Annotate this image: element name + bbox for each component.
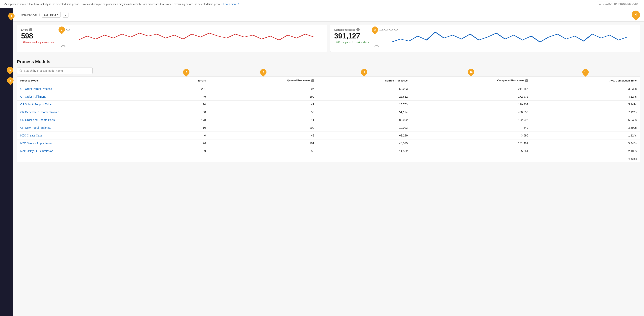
process-model-link[interactable]: NZC Create Case xyxy=(20,134,42,137)
cell-started: 28,763 xyxy=(318,100,411,108)
col-header-completed: 10 Completed Processes ? xyxy=(411,77,531,85)
cell-queued: 192 xyxy=(209,93,318,100)
errors-label: Errors ? xyxy=(21,28,61,31)
errors-chart: 20 0 xyxy=(61,28,323,49)
cell-name: OF Order Fulfillment xyxy=(17,93,164,100)
completed-help-icon[interactable]: ? xyxy=(525,79,528,82)
table-row: CR New Repair Estimate 10 200 10,023 849… xyxy=(17,124,640,132)
search-uuid-input[interactable]: SEARCH BY PROCESS UUID xyxy=(597,2,640,6)
cell-queued: 53 xyxy=(209,108,318,116)
cell-name: CR Generate Customer Invoice xyxy=(17,108,164,116)
table-header-row: 6 Process Model 7 xyxy=(17,77,640,85)
search-input-wrapper[interactable] xyxy=(17,68,92,74)
cell-errors: 46 xyxy=(164,93,209,100)
cell-completed: 110,307 xyxy=(411,100,531,108)
cell-queued: 200 xyxy=(209,124,318,132)
cell-completed: 172,976 xyxy=(411,93,531,100)
started-help-icon[interactable]: ? xyxy=(356,28,360,31)
cell-queued: 95 xyxy=(209,85,318,93)
table-row: OF Order Parent Process 221 95 63,023 21… xyxy=(17,85,640,93)
cell-queued: 59 xyxy=(209,147,318,155)
table-row: OF Submit Support Ticket 10 49 28,763 11… xyxy=(17,100,640,108)
started-chart: 32000 0 xyxy=(374,28,636,49)
col-header-started: 9 Started Processes xyxy=(318,77,411,85)
cell-completed: 35,361 xyxy=(411,147,531,155)
cell-name: NZC Utility Bill Submission xyxy=(17,147,164,155)
cell-queued: 11 xyxy=(209,116,318,124)
svg-text:0: 0 xyxy=(374,45,379,48)
cell-completed: 3,696 xyxy=(411,132,531,139)
search-input[interactable] xyxy=(24,69,90,72)
svg-line-7 xyxy=(21,71,22,72)
cell-errors: 10 xyxy=(164,124,209,132)
toolbar: 1 TIME PERIOD | Last Hour ↺ 4 xyxy=(13,8,644,22)
table-row: NZC Service Appointment 26 101 48,599 13… xyxy=(17,139,640,147)
cell-started: 80,092 xyxy=(318,116,411,124)
cell-name: NZC Service Appointment xyxy=(17,139,164,147)
cell-completed: 192,997 xyxy=(411,116,531,124)
col-header-errors: 7 Errors xyxy=(164,77,209,85)
cell-avg-time: 3.599s xyxy=(531,124,640,132)
cell-errors: 39 xyxy=(164,147,209,155)
cell-avg-time: 2.103s xyxy=(531,147,640,155)
cell-name: CR Order and Update Parts xyxy=(17,116,164,124)
started-label: Started Processes ? xyxy=(334,28,374,31)
cell-completed: 131,481 xyxy=(411,139,531,147)
banner-text: View process models that have activity i… xyxy=(4,3,597,6)
col-header-name: 6 Process Model xyxy=(17,77,164,85)
time-period-control: 1 TIME PERIOD | Last Hour ↺ xyxy=(17,12,68,18)
process-model-link[interactable]: NZC Utility Bill Submission xyxy=(20,149,53,153)
cell-name: OF Submit Support Ticket xyxy=(17,100,164,108)
table-row: NZC Utility Bill Submission 39 59 14,592… xyxy=(17,147,640,155)
errors-panel: 2 Errors ? 598 ↓ 40 compared to previous… xyxy=(17,25,327,52)
cell-errors: 68 xyxy=(164,108,209,116)
cell-avg-time: 3.239s xyxy=(531,85,640,93)
cell-name: OF Order Parent Process xyxy=(17,85,164,93)
errors-value: 598 xyxy=(21,32,61,40)
queued-help-icon[interactable]: ? xyxy=(311,79,314,82)
process-model-link[interactable]: OF Order Parent Process xyxy=(20,87,52,91)
stats-panels: 2 Errors ? 598 ↓ 40 compared to previous… xyxy=(13,22,644,55)
cell-name: CR New Repair Estimate xyxy=(17,124,164,132)
errors-comparison: ↓ 40 compared to previous hour xyxy=(21,41,61,44)
chevron-down-icon xyxy=(57,14,58,15)
cell-errors: 221 xyxy=(164,85,209,93)
cell-queued: 101 xyxy=(209,139,318,147)
top-banner: View process models that have activity i… xyxy=(0,0,644,8)
col-header-queued: 8 Queued Processes ? xyxy=(209,77,318,85)
cell-avg-time: 5.943s xyxy=(531,116,640,124)
cell-errors: 26 xyxy=(164,139,209,147)
svg-line-1 xyxy=(600,5,601,5)
process-model-link[interactable]: OF Submit Support Ticket xyxy=(20,103,52,106)
cell-started: 63,023 xyxy=(318,85,411,93)
process-model-link[interactable]: NZC Service Appointment xyxy=(20,142,52,145)
time-period-label: TIME PERIOD xyxy=(20,13,37,16)
cell-completed: 400,530 xyxy=(411,108,531,116)
cell-avg-time: 4.124s xyxy=(531,93,640,100)
time-period-select[interactable]: Last Hour xyxy=(42,12,61,18)
process-model-link[interactable]: OF Order Fulfillment xyxy=(20,95,46,98)
refresh-button[interactable]: ↺ xyxy=(63,12,68,18)
cell-started: 48,599 xyxy=(318,139,411,147)
cell-started: 69,299 xyxy=(318,132,411,139)
process-model-link[interactable]: CR Generate Customer Invoice xyxy=(20,111,59,114)
cell-started: 25,612 xyxy=(318,93,411,100)
table-row: NZC Create Case 0 48 69,299 3,696 1.124s xyxy=(17,132,640,139)
process-models-section: Process Models 5 xyxy=(13,55,644,166)
cell-started: 10,023 xyxy=(318,124,411,132)
cell-errors: 10 xyxy=(164,100,209,108)
errors-help-icon[interactable]: ? xyxy=(29,28,32,31)
process-model-link[interactable]: CR Order and Update Parts xyxy=(20,118,55,122)
process-model-link[interactable]: CR New Repair Estimate xyxy=(20,126,51,129)
cell-queued: 49 xyxy=(209,100,318,108)
sidebar xyxy=(0,8,13,316)
cell-avg-time: 7.124s xyxy=(531,108,640,116)
learn-more-link[interactable]: Learn more ↗ xyxy=(223,3,240,6)
cell-name: NZC Create Case xyxy=(17,132,164,139)
svg-text:0: 0 xyxy=(61,45,66,48)
search-icon xyxy=(599,3,602,6)
table-body: OF Order Parent Process 221 95 63,023 21… xyxy=(17,85,640,155)
process-models-table: 6 Process Model 7 xyxy=(17,76,640,155)
table-row: OF Order Fulfillment 46 192 25,612 172,9… xyxy=(17,93,640,100)
started-panel: 3 Started Processes ? 391,127 ↑ 760 comp… xyxy=(330,25,640,52)
